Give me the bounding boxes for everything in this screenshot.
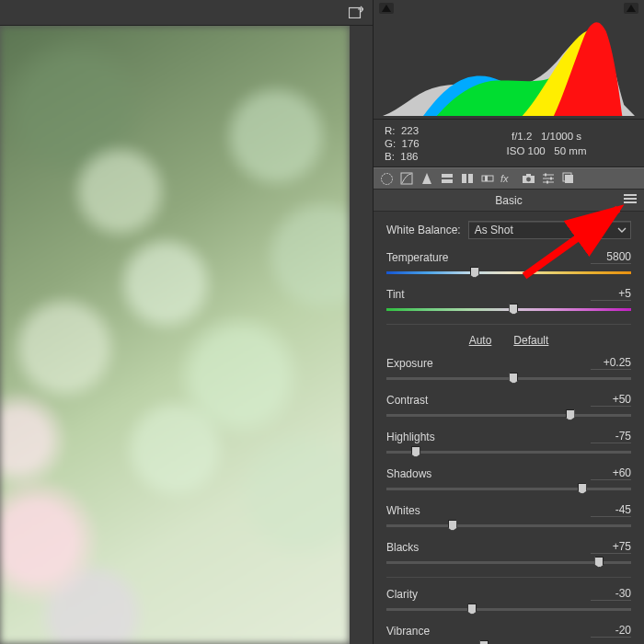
lens-icon[interactable] — [480, 171, 495, 186]
white-balance-label: White Balance: — [386, 224, 461, 236]
basic-panel-header: Basic — [374, 190, 644, 212]
svg-rect-6 — [468, 174, 473, 183]
rgb-readout: R: 223 G: 176 B: 186 — [385, 124, 460, 163]
temperature-slider[interactable]: Temperature — [386, 250, 631, 279]
clarity-slider[interactable]: Clarity — [386, 587, 631, 615]
contrast-value[interactable] — [591, 393, 631, 407]
fx-icon[interactable]: fx — [500, 171, 515, 186]
shadows-value[interactable] — [591, 466, 631, 480]
blacks-slider[interactable]: Blacks — [386, 540, 631, 569]
basic-panel-body: White Balance: As Shot Temperature Tint … — [374, 212, 644, 644]
whites-slider[interactable]: Whites — [386, 503, 631, 532]
panel-toolbar: fx — [374, 167, 644, 190]
auto-default-row: Auto Default — [386, 334, 631, 347]
exif-readout: f/1.2 1/1000 s ISO 100 50 mm — [460, 129, 633, 158]
detail-icon[interactable] — [420, 171, 434, 186]
histogram[interactable] — [374, 0, 644, 120]
export-icon[interactable] — [349, 6, 363, 18]
app-root: R: 223 G: 176 B: 186 f/1.2 1/1000 s ISO … — [0, 0, 644, 644]
svg-rect-8 — [485, 176, 488, 181]
exposure-value[interactable] — [591, 356, 631, 370]
blacks-value[interactable] — [591, 540, 631, 554]
svg-rect-18 — [546, 181, 548, 184]
white-balance-value: As Shot — [475, 224, 513, 236]
presets-icon[interactable] — [561, 171, 576, 186]
vibrance-value[interactable] — [591, 624, 631, 638]
image-pane — [0, 0, 373, 644]
svg-rect-5 — [462, 174, 466, 183]
info-bar: R: 223 G: 176 B: 186 f/1.2 1/1000 s ISO … — [374, 120, 644, 167]
svg-text:fx: fx — [500, 173, 509, 184]
white-balance-select[interactable]: As Shot — [468, 221, 631, 239]
clarity-value[interactable] — [591, 587, 631, 601]
temperature-value[interactable] — [591, 250, 631, 264]
panel-menu-icon[interactable] — [624, 194, 637, 205]
develop-panel: R: 223 G: 176 B: 186 f/1.2 1/1000 s ISO … — [373, 0, 644, 644]
sliders-icon[interactable] — [541, 171, 556, 186]
edit-icon[interactable] — [379, 171, 394, 186]
svg-rect-3 — [442, 174, 453, 178]
default-button[interactable]: Default — [513, 334, 548, 347]
tint-value[interactable] — [591, 287, 631, 301]
whites-value[interactable] — [591, 503, 631, 517]
svg-rect-12 — [526, 174, 531, 177]
preview-image[interactable] — [0, 26, 350, 644]
tint-slider[interactable]: Tint — [386, 287, 631, 316]
chevron-down-icon — [617, 225, 627, 235]
highlights-value[interactable] — [591, 430, 631, 443]
svg-rect-17 — [550, 178, 552, 180]
svg-point-11 — [526, 178, 531, 182]
auto-button[interactable]: Auto — [469, 334, 492, 347]
image-toolbar — [0, 0, 373, 26]
split-icon[interactable] — [460, 171, 475, 186]
svg-rect-19 — [565, 175, 573, 183]
highlights-slider[interactable]: Highlights — [386, 430, 631, 458]
svg-rect-16 — [545, 174, 546, 177]
shadows-slider[interactable]: Shadows — [386, 466, 631, 495]
panel-title: Basic — [495, 194, 522, 207]
svg-point-1 — [381, 173, 392, 184]
camera-icon[interactable] — [521, 171, 535, 186]
vibrance-slider[interactable]: Vibrance — [386, 624, 631, 644]
svg-rect-4 — [442, 179, 453, 183]
hsl-icon[interactable] — [440, 171, 454, 186]
curves-icon[interactable] — [399, 171, 414, 186]
contrast-slider[interactable]: Contrast — [386, 393, 631, 421]
exposure-slider[interactable]: Exposure — [386, 356, 631, 385]
